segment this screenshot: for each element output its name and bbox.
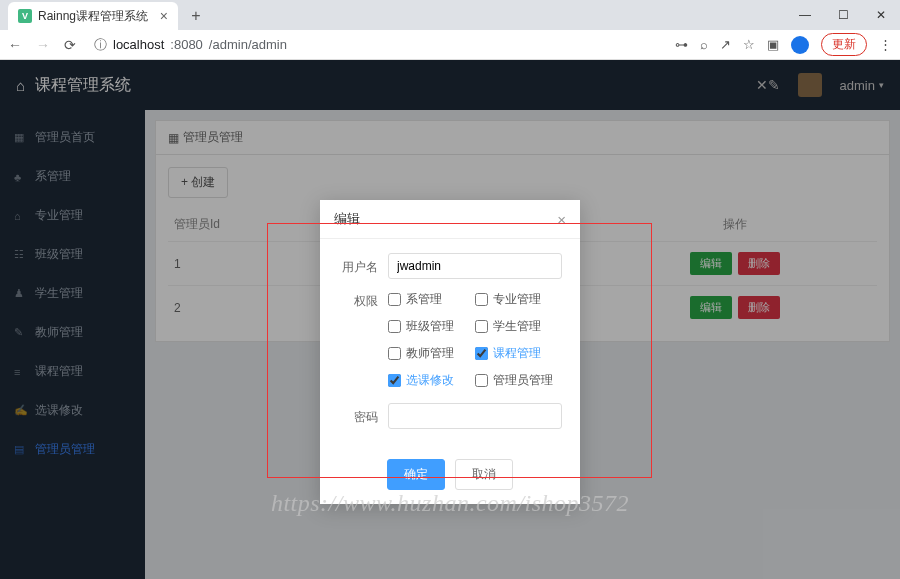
checkbox-label: 教师管理 [406, 345, 454, 362]
browser-titlebar: V Rainng课程管理系统 × + — ☐ ✕ [0, 0, 900, 30]
checkbox-input[interactable] [388, 293, 401, 306]
checkbox-input[interactable] [388, 374, 401, 387]
label-permissions: 权限 [338, 287, 388, 310]
site-info-icon[interactable]: ⓘ [94, 36, 107, 54]
checkbox-label: 课程管理 [493, 345, 541, 362]
checkbox-input[interactable] [475, 320, 488, 333]
key-icon[interactable]: ⊶ [675, 37, 688, 52]
minimize-icon[interactable]: — [786, 0, 824, 30]
checkbox-label: 学生管理 [493, 318, 541, 335]
bookmark-icon[interactable]: ☆ [743, 37, 755, 52]
new-tab-button[interactable]: + [184, 4, 208, 28]
url-port: :8080 [170, 37, 203, 52]
back-icon[interactable]: ← [8, 37, 22, 53]
permission-checkbox[interactable]: 系管理 [388, 291, 475, 308]
label-username: 用户名 [338, 253, 388, 276]
permission-checkbox[interactable]: 学生管理 [475, 318, 562, 335]
address-bar: ← → ⟳ ⓘ localhost:8080/admin/admin ⊶ ⌕ ↗… [0, 30, 900, 60]
modal-title: 编辑 [334, 210, 360, 228]
app-root: ⌂ 课程管理系统 ✕✎ admin ▾ ▦管理员首页♣系管理⌂专业管理☷班级管理… [0, 60, 900, 579]
url-path: /admin/admin [209, 37, 287, 52]
url-input[interactable]: ⓘ localhost:8080/admin/admin [86, 36, 665, 54]
checkbox-input[interactable] [388, 320, 401, 333]
password-input[interactable] [388, 403, 562, 429]
edit-modal: 编辑 × 用户名 权限 系管理专业管理班级管理学生管理教师管理课程管理选课修改管… [320, 200, 580, 504]
checkbox-label: 管理员管理 [493, 372, 553, 389]
username-input[interactable] [388, 253, 562, 279]
checkbox-label: 系管理 [406, 291, 442, 308]
checkbox-label: 班级管理 [406, 318, 454, 335]
permission-checkbox[interactable]: 选课修改 [388, 372, 475, 389]
permission-checkbox[interactable]: 管理员管理 [475, 372, 562, 389]
permission-checkbox[interactable]: 班级管理 [388, 318, 475, 335]
close-icon[interactable]: × [557, 211, 566, 228]
checkbox-input[interactable] [475, 293, 488, 306]
tab-title: Rainng课程管理系统 [38, 8, 148, 25]
update-button[interactable]: 更新 [821, 33, 867, 56]
checkbox-input[interactable] [475, 347, 488, 360]
maximize-icon[interactable]: ☐ [824, 0, 862, 30]
permission-checkbox[interactable]: 教师管理 [388, 345, 475, 362]
checkbox-input[interactable] [388, 347, 401, 360]
url-host: localhost [113, 37, 164, 52]
search-icon[interactable]: ⌕ [700, 37, 708, 52]
menu-icon[interactable]: ⋮ [879, 37, 892, 52]
close-window-icon[interactable]: ✕ [862, 0, 900, 30]
reload-icon[interactable]: ⟳ [64, 37, 76, 53]
browser-tab[interactable]: V Rainng课程管理系统 × [8, 2, 178, 30]
cancel-button[interactable]: 取消 [455, 459, 513, 490]
permission-checkbox[interactable]: 课程管理 [475, 345, 562, 362]
permission-checkbox[interactable]: 专业管理 [475, 291, 562, 308]
checkbox-label: 选课修改 [406, 372, 454, 389]
profile-icon[interactable] [791, 36, 809, 54]
forward-icon[interactable]: → [36, 37, 50, 53]
close-tab-icon[interactable]: × [160, 8, 168, 24]
favicon-icon: V [18, 9, 32, 23]
checkbox-label: 专业管理 [493, 291, 541, 308]
checkbox-input[interactable] [475, 374, 488, 387]
share-icon[interactable]: ↗ [720, 37, 731, 52]
label-password: 密码 [338, 403, 388, 426]
extensions-icon[interactable]: ▣ [767, 37, 779, 52]
confirm-button[interactable]: 确定 [387, 459, 445, 490]
